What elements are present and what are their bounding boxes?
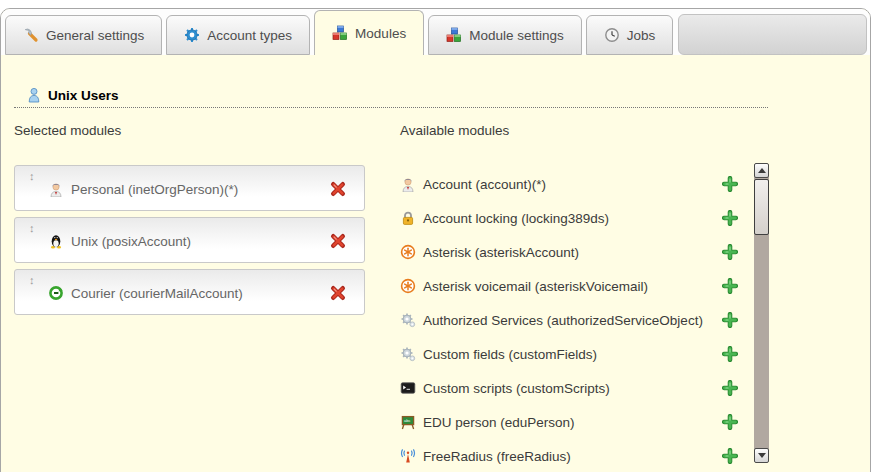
lam-config-window: General settings Account types Modules M… — [0, 0, 879, 472]
drag-handle-icon[interactable]: ↕ — [29, 223, 35, 234]
module-label: Account locking (locking389ds) — [423, 201, 609, 235]
available-module-row-custom-fields-customfields: Custom fields (customFields) — [400, 337, 745, 371]
selected-module-card-personal-inetorgperson[interactable]: ↕ Personal (inetOrgPerson)(*) — [14, 165, 365, 211]
module-icon — [400, 380, 416, 396]
module-icon — [400, 312, 416, 328]
tab-modules[interactable]: Modules — [314, 10, 424, 55]
tab-icon — [184, 27, 200, 43]
module-label: Authorized Services (authorizedServiceOb… — [423, 303, 703, 337]
available-module-row-asterisk-voicemail-asteriskvoicemail: Asterisk voicemail (asteriskVoicemail) — [400, 269, 745, 303]
add-module-button[interactable] — [722, 414, 738, 430]
module-icon: abc — [400, 414, 416, 430]
module-icon — [48, 181, 64, 197]
down-arrow-icon — [758, 453, 766, 458]
add-module-button[interactable] — [722, 312, 738, 328]
scrollbar-down-button[interactable] — [754, 448, 769, 463]
tab-icon — [23, 27, 39, 43]
add-module-button[interactable] — [722, 244, 738, 260]
tab-jobs[interactable]: Jobs — [586, 15, 674, 55]
selected-modules-list: ↕ Personal (inetOrgPerson)(*) ↕ Unix (po… — [14, 165, 365, 321]
module-icon — [400, 278, 416, 294]
module-label: Asterisk voicemail (asteriskVoicemail) — [423, 269, 648, 303]
tab-label: Module settings — [469, 28, 564, 43]
tab-icon — [332, 25, 348, 41]
module-label: Unix (posixAccount) — [71, 218, 191, 264]
module-label: EDU person (eduPerson) — [423, 405, 575, 439]
add-module-button[interactable] — [722, 278, 738, 294]
available-module-row-account-locking-locking389ds: Account locking (locking389ds) — [400, 201, 745, 235]
tab-bar: General settings Account types Modules M… — [1, 9, 870, 55]
tab-list: General settings Account types Modules M… — [5, 10, 677, 55]
module-label: FreeRadius (freeRadius) — [423, 439, 571, 472]
module-icon — [48, 285, 64, 301]
selected-module-card-unix-posixaccount[interactable]: ↕ Unix (posixAccount) — [14, 217, 365, 263]
module-label: Custom fields (customFields) — [423, 337, 597, 371]
scrollbar-thumb[interactable] — [754, 179, 769, 235]
svg-text:abc: abc — [404, 418, 410, 423]
scrollbar-up-button[interactable] — [754, 163, 769, 178]
add-module-button[interactable] — [722, 176, 738, 192]
available-module-row-freeradius-freeradius: FreeRadius (freeRadius) — [400, 439, 745, 472]
tab-label: Modules — [355, 26, 406, 41]
add-module-button[interactable] — [722, 346, 738, 362]
selected-module-card-courier-couriermailaccount[interactable]: ↕ Courier (courierMailAccount) — [14, 269, 365, 315]
add-module-button[interactable] — [722, 448, 738, 464]
available-module-row-account-account: Account (account)(*) — [400, 167, 745, 201]
tab-general-settings[interactable]: General settings — [5, 15, 162, 55]
module-icon — [400, 176, 416, 192]
available-module-row-asterisk-asteriskaccount: Asterisk (asteriskAccount) — [400, 235, 745, 269]
page-title: Unix Users — [26, 87, 119, 103]
tab-label: Account types — [207, 28, 292, 43]
config-panel: General settings Account types Modules M… — [0, 8, 871, 472]
module-icon — [48, 233, 64, 249]
module-icon — [400, 244, 416, 260]
tab-label: General settings — [46, 28, 144, 43]
page-title-text: Unix Users — [48, 88, 119, 103]
add-module-button[interactable] — [722, 380, 738, 396]
tab-account-types[interactable]: Account types — [166, 15, 310, 55]
title-divider — [14, 107, 768, 108]
selected-modules-heading: Selected modules — [14, 123, 121, 138]
up-arrow-icon — [758, 168, 766, 173]
tab-module-settings[interactable]: Module settings — [428, 15, 582, 55]
available-modules-heading: Available modules — [400, 123, 509, 138]
drag-handle-icon[interactable]: ↕ — [29, 275, 35, 286]
module-icon — [400, 448, 416, 464]
tab-bar-filler — [678, 14, 867, 55]
available-module-row-authorized-services-authorizedserviceobject: Authorized Services (authorizedServiceOb… — [400, 303, 745, 337]
user-icon — [26, 87, 42, 103]
available-modules-list: Account (account)(*) Account locking (lo… — [400, 167, 745, 472]
tab-label: Jobs — [627, 28, 656, 43]
add-module-button[interactable] — [722, 210, 738, 226]
drag-handle-icon[interactable]: ↕ — [29, 171, 35, 182]
module-icon — [400, 210, 416, 226]
remove-module-button[interactable] — [330, 285, 346, 301]
module-icon — [400, 346, 416, 362]
module-label: Custom scripts (customScripts) — [423, 371, 610, 405]
available-modules-scrollbar[interactable] — [754, 163, 769, 463]
remove-module-button[interactable] — [330, 181, 346, 197]
module-label: Account (account)(*) — [423, 167, 546, 201]
tab-icon — [604, 27, 620, 43]
module-label: Personal (inetOrgPerson)(*) — [71, 166, 238, 212]
available-module-row-edu-person-eduperson: abc EDU person (eduPerson) — [400, 405, 745, 439]
remove-module-button[interactable] — [330, 233, 346, 249]
module-label: Asterisk (asteriskAccount) — [423, 235, 579, 269]
module-label: Courier (courierMailAccount) — [71, 270, 243, 316]
tab-icon — [446, 27, 462, 43]
available-module-row-custom-scripts-customscripts: Custom scripts (customScripts) — [400, 371, 745, 405]
